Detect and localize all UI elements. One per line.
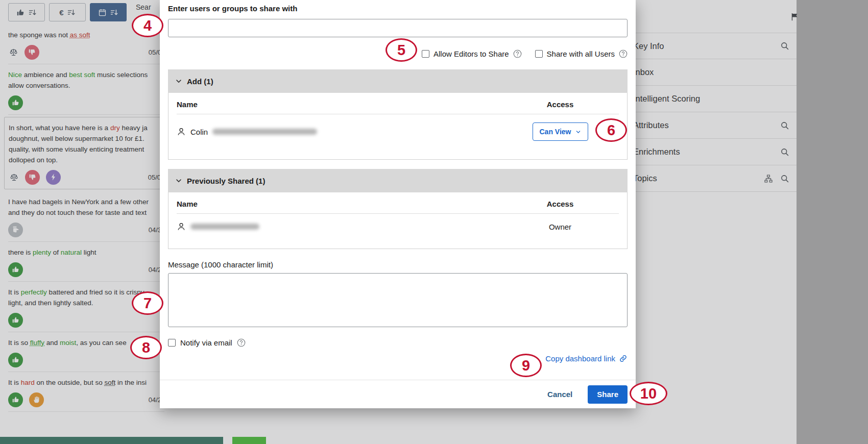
copy-dashboard-link[interactable]: Copy dashboard link [545,354,628,363]
previously-shared-table-header: Name Access [177,192,619,214]
access-level-value: Can View [540,128,571,136]
help-icon[interactable] [513,50,522,58]
share-users-input[interactable] [168,19,628,37]
copy-dashboard-link-label: Copy dashboard link [545,354,615,363]
cancel-button[interactable]: Cancel [547,390,572,399]
access-column-header: Access [522,200,598,208]
name-column-header: Name [177,200,522,208]
message-textarea[interactable] [168,273,628,327]
share-all-users-option[interactable]: Share with all Users [535,50,628,58]
chevron-down-icon [575,129,581,135]
name-column-header: Name [177,100,522,109]
add-section-title: Add (1) [187,77,213,86]
link-icon [619,354,628,363]
notify-email-label: Notify via email [180,338,232,347]
help-icon[interactable] [237,338,246,347]
annotation-circle-7: 7 [132,291,163,315]
screen: €Sear the sponge was not as soft05/0Nice… [0,0,868,444]
notify-email-checkbox[interactable] [168,339,176,347]
notify-email-row[interactable]: Notify via email [168,338,628,347]
add-table-header: Name Access [177,93,619,114]
annotation-circle-4: 4 [132,14,163,37]
share-button[interactable]: Share [588,385,628,404]
annotation-circle-10: 10 [630,382,667,405]
share-all-users-label: Share with all Users [547,50,615,58]
redacted-email [190,224,259,230]
annotation-circle-6: 6 [595,118,627,142]
add-section-header[interactable]: Add (1) [168,69,628,93]
chevron-down-icon [175,177,182,184]
redacted-email [212,129,317,135]
previously-shared-table: Name Access Owner [168,192,628,249]
allow-editors-checkbox[interactable] [422,50,429,58]
share-with-label: Enter users or groups to share with [168,4,628,13]
help-icon[interactable] [619,50,628,58]
copy-link-row: Copy dashboard link [168,354,628,363]
owner-access-value: Owner [549,223,571,231]
chevron-down-icon [175,78,182,85]
previously-shared-header[interactable]: Previously Shared (1) [168,169,628,192]
previously-shared-title: Previously Shared (1) [187,177,265,185]
message-label: Message (1000 character limit) [168,260,628,269]
share-all-users-checkbox[interactable] [535,50,543,58]
annotation-circle-8: 8 [130,336,162,359]
add-section-table: Name Access Colin Can View [168,93,628,160]
share-dialog-footer: Cancel Share [160,380,636,408]
annotation-circle-9: 9 [510,354,542,377]
person-icon [177,222,186,231]
access-column-header: Access [522,100,598,109]
annotation-circle-5: 5 [385,38,417,62]
allow-editors-option[interactable]: Allow Editors to Share [422,50,522,58]
person-icon [177,127,186,136]
allow-editors-label: Allow Editors to Share [433,50,509,58]
access-level-dropdown[interactable]: Can View [533,122,588,141]
add-user-row: Colin Can View [177,114,619,159]
owner-row: Owner [177,214,619,249]
added-user-name: Colin [190,128,208,136]
